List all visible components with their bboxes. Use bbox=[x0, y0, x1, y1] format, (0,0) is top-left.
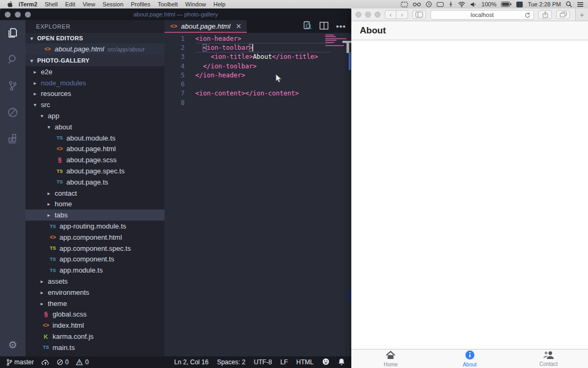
tab-about[interactable]: About bbox=[430, 349, 509, 368]
warning-count[interactable]: 0 bbox=[76, 358, 89, 366]
tree-item-app[interactable]: ▾app bbox=[25, 110, 165, 121]
git-branch-status[interactable]: master bbox=[6, 358, 34, 366]
timer-icon[interactable] bbox=[426, 1, 432, 7]
cursor-position[interactable]: Ln 2, Col 16 bbox=[174, 358, 209, 366]
tab-contact[interactable]: Contact bbox=[509, 349, 588, 368]
project-section-header[interactable]: ▾ PHOTO-GALLERY bbox=[25, 55, 165, 66]
tree-item-app.module.ts[interactable]: TSapp.module.ts bbox=[25, 265, 165, 276]
close-tab-icon[interactable]: ✕ bbox=[236, 22, 241, 30]
new-tab-button[interactable]: + bbox=[575, 8, 588, 21]
address-url: localhost bbox=[471, 12, 494, 18]
menu-edit[interactable]: Edit bbox=[65, 1, 75, 7]
tab-home[interactable]: Home bbox=[351, 349, 430, 368]
tree-item-theme[interactable]: ▸theme bbox=[25, 298, 165, 309]
code-editor[interactable]: 1<ion-header>2 <ion-toolbar>3 <ion-title… bbox=[165, 33, 351, 356]
sidebar-toggle-button[interactable] bbox=[412, 10, 426, 19]
tree-item-about.page.ts[interactable]: TSabout.page.ts bbox=[25, 177, 165, 188]
search-icon[interactable] bbox=[6, 53, 19, 66]
tree-item-resources[interactable]: ▸resources bbox=[25, 89, 165, 100]
notification-center-icon[interactable] bbox=[577, 2, 584, 7]
menu-session[interactable]: Session bbox=[102, 1, 123, 7]
menu-shell[interactable]: Shell bbox=[45, 1, 57, 7]
tree-item-app-routing.module.ts[interactable]: TSapp-routing.module.ts bbox=[25, 221, 165, 232]
code-line-8[interactable]: 8 bbox=[165, 98, 351, 107]
tab-about-page-html[interactable]: <> about.page.html ✕ bbox=[165, 20, 247, 33]
volume-icon[interactable] bbox=[470, 2, 477, 7]
menu-help[interactable]: Help bbox=[213, 1, 226, 7]
more-actions-icon[interactable]: ••• bbox=[336, 24, 346, 29]
menu-window[interactable]: Window bbox=[185, 1, 206, 7]
minimize-window-button[interactable] bbox=[365, 12, 371, 17]
tree-item-e2e[interactable]: ▸e2e bbox=[25, 66, 165, 77]
wifi-icon[interactable] bbox=[458, 2, 465, 7]
spectacles-icon[interactable] bbox=[413, 2, 421, 7]
tree-item-about.page.html[interactable]: <>about.page.html bbox=[25, 144, 165, 155]
feedback-smiley-icon[interactable] bbox=[322, 358, 330, 367]
extensions-icon[interactable] bbox=[6, 133, 19, 145]
tree-item-assets[interactable]: ▸assets bbox=[25, 276, 165, 287]
code-line-4[interactable]: 4 </ion-toolbar> bbox=[165, 62, 351, 71]
tree-item-global.scss[interactable]: §global.scss bbox=[25, 309, 165, 320]
reload-icon[interactable] bbox=[525, 12, 531, 19]
tree-item-app.component.ts[interactable]: TSapp.component.ts bbox=[25, 254, 165, 265]
tree-item-label: about.module.ts bbox=[66, 134, 116, 142]
code-line-1[interactable]: 1<ion-header> bbox=[165, 34, 351, 43]
code-line-5[interactable]: 5</ion-header> bbox=[165, 71, 351, 80]
tree-item-node_modules[interactable]: ▸node_modules bbox=[25, 77, 165, 89]
open-editor-item[interactable]: <> about.page.html src/app/about bbox=[25, 43, 165, 55]
tree-item-about.page.scss[interactable]: §about.page.scss bbox=[25, 154, 165, 165]
explorer-icon[interactable] bbox=[6, 27, 19, 39]
open-editors-header[interactable]: ▾ OPEN EDITORS bbox=[25, 33, 165, 43]
open-preview-icon[interactable] bbox=[302, 21, 312, 32]
debug-icon[interactable] bbox=[6, 106, 19, 119]
code-line-2[interactable]: 2 <ion-toolbar> bbox=[165, 43, 351, 52]
tree-item-contact[interactable]: ▸contact bbox=[25, 188, 165, 199]
tree-item-about.module.ts[interactable]: TSabout.module.ts bbox=[25, 133, 165, 144]
error-count[interactable]: 0 bbox=[57, 358, 69, 366]
source-control-icon[interactable] bbox=[6, 80, 19, 92]
menu-view[interactable]: View bbox=[83, 1, 96, 7]
eol-setting[interactable]: LF bbox=[280, 358, 288, 366]
code-line-7[interactable]: 7<ion-content></ion-content> bbox=[165, 89, 351, 98]
zoom-window-button[interactable] bbox=[375, 12, 381, 17]
back-button[interactable]: ‹ bbox=[385, 10, 396, 19]
spotlight-icon[interactable] bbox=[566, 1, 572, 7]
active-app-name[interactable]: iTerm2 bbox=[19, 1, 37, 7]
close-window-button[interactable] bbox=[356, 12, 361, 17]
tree-item-app.component.spec.ts[interactable]: TSapp.component.spec.ts bbox=[25, 243, 165, 254]
forward-button[interactable]: › bbox=[396, 10, 408, 19]
sync-status[interactable] bbox=[41, 359, 49, 366]
menubar-clock[interactable]: Tue 2:28 PM bbox=[528, 1, 561, 7]
notifications-bell-icon[interactable] bbox=[338, 358, 345, 367]
share-button[interactable] bbox=[538, 10, 552, 19]
language-mode[interactable]: HTML bbox=[296, 358, 314, 366]
display-mirroring-icon[interactable] bbox=[437, 2, 444, 7]
tree-item-about[interactable]: ▾about bbox=[25, 121, 165, 133]
code-line-3[interactable]: 3 <ion-title>About</ion-title> bbox=[165, 52, 351, 62]
code-line-6[interactable]: 6 bbox=[165, 80, 351, 89]
tree-item-home[interactable]: ▸home bbox=[25, 199, 165, 210]
tree-item-src[interactable]: ▾src bbox=[25, 99, 165, 110]
menu-profiles[interactable]: Profiles bbox=[131, 1, 151, 7]
screen-record-icon[interactable] bbox=[401, 2, 408, 7]
address-bar[interactable]: localhost bbox=[430, 10, 534, 20]
tree-item-tabs[interactable]: ▸tabs bbox=[25, 209, 165, 221]
tree-item-app.component.html[interactable]: <>app.component.html bbox=[25, 232, 165, 243]
split-editor-icon[interactable] bbox=[319, 22, 328, 32]
encoding-setting[interactable]: UTF-8 bbox=[254, 358, 272, 366]
tree-item-environments[interactable]: ▸environments bbox=[25, 287, 165, 298]
safari-traffic-lights[interactable] bbox=[356, 12, 381, 17]
apple-menu-icon[interactable] bbox=[7, 1, 13, 8]
tree-item-main.ts[interactable]: TSmain.ts bbox=[25, 342, 165, 353]
indentation-setting[interactable]: Spaces: 2 bbox=[217, 358, 245, 366]
vscode-titlebar[interactable]: about.page.html — photo-gallery bbox=[0, 8, 351, 20]
tree-item-about.page.spec.ts[interactable]: TSabout.page.spec.ts bbox=[25, 165, 165, 177]
settings-gear-icon[interactable]: ⚙ bbox=[0, 339, 25, 351]
tree-item-index.html[interactable]: <>index.html bbox=[25, 320, 165, 331]
menu-extra-app-icon[interactable] bbox=[516, 2, 523, 7]
battery-icon[interactable] bbox=[501, 2, 512, 7]
keyboard-brightness-icon[interactable] bbox=[448, 1, 453, 7]
tab-overview-button[interactable] bbox=[556, 10, 570, 19]
tree-item-karma.conf.js[interactable]: Kkarma.conf.js bbox=[25, 331, 165, 342]
menu-toolbelt[interactable]: Toolbelt bbox=[158, 1, 178, 7]
